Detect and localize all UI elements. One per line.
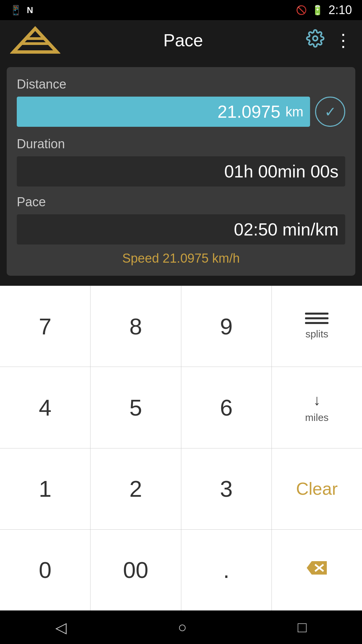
status-bar: 📱 N 🚫 🔋 2:10 [0,0,362,20]
keypad-row-2: 4 5 6 ↓ miles [0,367,362,448]
key-dot[interactable]: . [181,530,272,610]
key-5[interactable]: 5 [90,367,181,448]
duration-label: Duration [17,137,345,151]
svg-point-3 [313,36,318,41]
n-icon: N [27,5,33,15]
clear-label: Clear [296,479,338,499]
key-miles[interactable]: ↓ miles [272,367,362,448]
battery-icon: 🔋 [312,5,323,16]
distance-unit: km [286,104,303,119]
gear-icon[interactable] [306,29,324,52]
header-actions: ⋮ [306,29,352,52]
duration-value: 01h 00min 00s [224,161,339,181]
distance-row: 21.0975 km ✓ [17,97,345,127]
more-icon[interactable]: ⋮ [335,30,352,50]
pace-label: Pace [17,195,345,209]
status-bar-left-icons: 📱 N [10,5,33,16]
miles-label: miles [305,412,328,423]
key-splits[interactable]: splits [272,286,362,367]
distance-dropdown-button[interactable]: ✓ [315,97,345,127]
pace-value: 02:50 min/km [234,219,339,239]
key-3[interactable]: 3 [181,448,272,529]
key-00[interactable]: 00 [90,530,181,610]
splits-icon [305,313,328,324]
key-clear[interactable]: Clear [272,448,362,529]
key-1[interactable]: 1 [0,448,90,529]
key-0[interactable]: 0 [0,530,90,610]
key-2[interactable]: 2 [90,448,181,529]
key-4[interactable]: 4 [0,367,90,448]
main-card: Distance 21.0975 km ✓ Duration 01h 00min… [7,67,355,276]
sim-icon: 🚫 [296,5,307,15]
page-title: Pace [60,30,306,50]
back-button[interactable]: ◁ [55,619,67,636]
distance-label: Distance [17,77,345,92]
keypad: 7 8 9 splits 4 5 6 ↓ miles [0,286,362,610]
app-bar: Pace ⋮ [0,20,362,60]
svg-marker-4 [307,561,327,575]
distance-input[interactable]: 21.0975 km [17,97,310,127]
bottom-nav: ◁ ○ □ [0,610,362,644]
duration-row: Duration 01h 00min 00s [17,137,345,186]
distance-value: 21.0975 [218,102,281,122]
pace-input[interactable]: 02:50 min/km [17,214,345,245]
svg-marker-0 [13,29,57,52]
key-9[interactable]: 9 [181,286,272,367]
home-button[interactable]: ○ [178,619,187,636]
speed-label: Speed 21.0975 km/h [17,251,345,266]
chevron-down-icon: ✓ [324,104,336,120]
phone-icon: 📱 [10,5,22,16]
backspace-icon [305,559,328,580]
pace-row: Pace 02:50 min/km [17,195,345,245]
keypad-row-4: 0 00 . [0,530,362,610]
miles-down-icon: ↓ [313,392,320,409]
logo [10,25,60,55]
duration-input[interactable]: 01h 00min 00s [17,156,345,186]
recent-button[interactable]: □ [298,619,307,636]
key-7[interactable]: 7 [0,286,90,367]
status-time: 2:10 [328,3,352,17]
splits-label: splits [305,328,328,340]
status-bar-right-icons: 🚫 🔋 2:10 [296,3,352,17]
key-backspace[interactable] [272,530,362,610]
keypad-row-1: 7 8 9 splits [0,286,362,367]
key-8[interactable]: 8 [90,286,181,367]
key-6[interactable]: 6 [181,367,272,448]
keypad-row-3: 1 2 3 Clear [0,448,362,530]
